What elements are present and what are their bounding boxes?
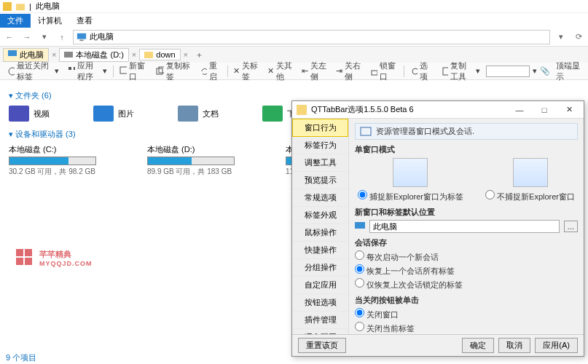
pintop-button[interactable]: 顶端显示 xyxy=(553,60,584,82)
close-current-radio[interactable]: 关闭当前标签 xyxy=(355,322,415,334)
chevron-down-icon[interactable]: ▾ xyxy=(533,66,537,76)
sidebar-item-appearance[interactable]: 标签外观 xyxy=(292,207,348,224)
ribbon-tab-file[interactable]: 文件 xyxy=(0,14,31,28)
ribbon-tab-view[interactable]: 查看 xyxy=(69,14,100,28)
sidebar-item-preview[interactable]: 预览提示 xyxy=(292,172,348,189)
sidebar-item-mouse[interactable]: 鼠标操作 xyxy=(292,224,348,242)
label: 复制标签 xyxy=(166,60,190,82)
svg-rect-18 xyxy=(16,258,23,265)
folder-pictures[interactable]: 图片 xyxy=(93,106,134,122)
closeleft-button[interactable]: ⇤关左侧 xyxy=(299,60,330,82)
options-button[interactable]: 选项 xyxy=(407,60,435,82)
sidebar-item-plugin[interactable]: 插件管理 xyxy=(292,312,348,329)
back-button[interactable]: ← xyxy=(3,33,16,41)
label: 不捕捉新Explorer窗口 xyxy=(497,192,575,201)
window-icon xyxy=(119,66,128,76)
up-button[interactable]: ↑ xyxy=(55,33,68,41)
maximize-button[interactable]: □ xyxy=(534,106,554,114)
history-icon xyxy=(7,66,15,76)
lockwin-button[interactable]: 锁窗口 xyxy=(366,60,401,82)
tab-close[interactable]: × xyxy=(50,50,58,59)
svg-rect-5 xyxy=(64,52,73,58)
drive-d[interactable]: 本地磁盘 (D:) 89.9 GB 可用，共 183 GB xyxy=(147,144,256,177)
sidebar-item-tab[interactable]: 标签行为 xyxy=(292,137,348,154)
apply-button[interactable]: 应用(A) xyxy=(535,338,578,353)
forward-button[interactable]: → xyxy=(20,33,34,41)
folder-videos[interactable]: 视频 xyxy=(9,106,50,122)
reset-button[interactable]: 重置该页 xyxy=(298,338,346,353)
attachment-icon[interactable]: 📎 xyxy=(540,66,550,76)
minimize-button[interactable]: — xyxy=(509,106,530,114)
address-bar[interactable]: 此电脑 xyxy=(73,30,550,44)
browse-button[interactable]: ... xyxy=(564,221,578,232)
chevron-down-icon: ▾ xyxy=(476,66,480,76)
drive-label: 本地磁盘 (D:) xyxy=(147,144,256,155)
sidebar-item-general[interactable]: 常规选项 xyxy=(292,189,348,207)
pc-icon xyxy=(8,50,17,59)
reload-icon xyxy=(200,66,208,76)
tab-close[interactable]: × xyxy=(182,50,189,59)
sidebar-item-button[interactable]: 按钮选项 xyxy=(292,294,348,312)
svg-rect-8 xyxy=(68,67,71,70)
pictures-icon xyxy=(93,106,114,122)
svg-rect-4 xyxy=(8,50,17,56)
session-locked-radio[interactable]: 仅恢复上次会话锁定的标签 xyxy=(355,278,463,290)
x-icon: ✕ xyxy=(233,66,240,76)
tab-down[interactable]: down xyxy=(139,49,180,60)
address-dropdown[interactable]: ▾ xyxy=(554,32,568,41)
svg-rect-16 xyxy=(16,249,23,256)
folder-documents[interactable]: 文档 xyxy=(178,106,219,122)
tab-add-button[interactable]: ＋ xyxy=(191,50,208,60)
dialog-sidebar: 窗口行为 标签行为 调整工具 预览提示 常规选项 标签外观 鼠标操作 快捷操作 … xyxy=(292,119,349,334)
drive-c[interactable]: 本地磁盘 (C:) 30.2 GB 可用，共 98.2 GB xyxy=(9,144,118,177)
separator xyxy=(227,66,228,77)
label: 关其他 xyxy=(276,60,293,82)
drive-free-text: 89.9 GB 可用，共 183 GB xyxy=(147,167,256,177)
mode-nocapture-radio[interactable]: 不捕捉新Explorer窗口 xyxy=(485,192,575,201)
closeother-button[interactable]: ✕关其他 xyxy=(264,60,296,82)
session-restore-radio[interactable]: 恢复上一个会话所有标签 xyxy=(355,264,455,277)
closeright-button[interactable]: ⇥关右侧 xyxy=(333,60,364,82)
recent-closed-button[interactable]: 最近关闭标签▾ xyxy=(4,60,62,82)
ribbon-tab-computer[interactable]: 计算机 xyxy=(31,14,69,28)
sidebar-item-group[interactable]: 分组操作 xyxy=(292,259,348,277)
drive-icon xyxy=(64,50,73,59)
copytag-button[interactable]: 复制标签 xyxy=(153,60,193,82)
recent-dropdown[interactable]: ▾ xyxy=(38,32,51,41)
newwin-button[interactable]: 新窗口 xyxy=(117,60,151,82)
tab-close[interactable]: × xyxy=(130,50,138,59)
separator xyxy=(113,66,114,77)
label: 新窗口 xyxy=(129,60,147,82)
closetag-button[interactable]: ✕关标签 xyxy=(230,60,262,82)
sidebar-item-tweak[interactable]: 调整工具 xyxy=(292,154,348,172)
pc-icon xyxy=(355,222,365,231)
svg-point-7 xyxy=(9,68,15,75)
close-button[interactable]: ✕ xyxy=(559,105,579,114)
copytool-button[interactable]: 复制工具▾ xyxy=(438,60,483,82)
sidebar-item-window[interactable]: 窗口行为 xyxy=(292,119,348,137)
dialog-footer: 重置该页 确定 取消 应用(A) xyxy=(292,334,584,356)
app-launch-button[interactable]: 应用程序▾ xyxy=(65,60,110,82)
label: 设备和驱动器 (3) xyxy=(15,130,76,138)
gear-icon xyxy=(410,66,418,76)
mode-capture-radio[interactable]: 捕捉新Explorer窗口为标签 xyxy=(358,192,463,201)
default-location-input[interactable] xyxy=(369,220,560,233)
sidebar-item-lang[interactable]: 语言配置 xyxy=(292,329,348,334)
refresh-button[interactable]: ⟳ xyxy=(572,32,585,41)
window-titlebar: | 此电脑 xyxy=(0,0,588,13)
svg-rect-13 xyxy=(372,71,377,75)
cancel-button[interactable]: 取消 xyxy=(498,338,530,353)
ok-button[interactable]: 确定 xyxy=(462,338,494,353)
mode-nocapture: 不捕捉新Explorer窗口 xyxy=(485,158,575,202)
reopen-button[interactable]: 重启 xyxy=(197,60,224,82)
app-icon xyxy=(297,105,307,115)
sidebar-item-app[interactable]: 自定应用 xyxy=(292,277,348,294)
close-window-radio[interactable]: 关闭窗口 xyxy=(355,308,399,320)
label: 关闭窗口 xyxy=(366,310,399,319)
session-new-radio[interactable]: 每次启动一个新会话 xyxy=(355,250,439,263)
section-folders-header[interactable]: ▾ 文件夹 (6) xyxy=(9,90,579,101)
separator xyxy=(404,66,404,77)
toolbar-search-input[interactable] xyxy=(486,66,530,77)
sidebar-item-shortcut[interactable]: 快捷操作 xyxy=(292,242,348,259)
watermark-icon xyxy=(15,248,35,268)
